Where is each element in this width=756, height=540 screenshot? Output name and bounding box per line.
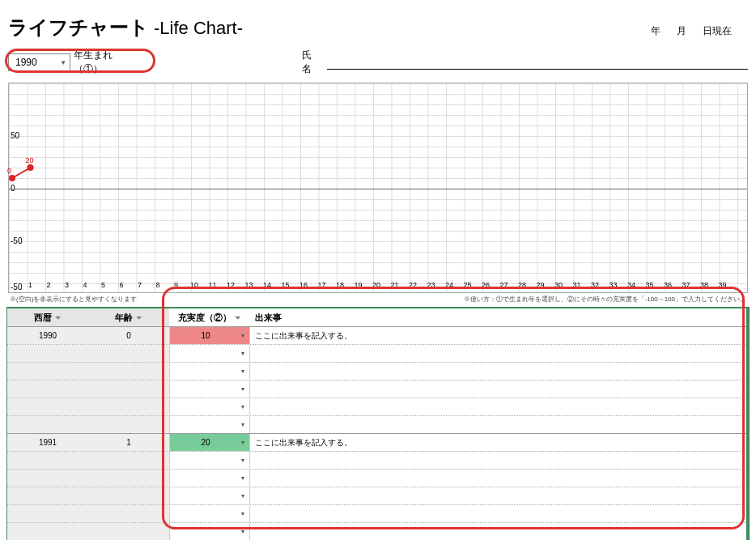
table-row: 1991120▾ここに出来事を記入する。 [7,434,746,452]
born-label: 年生まれ（①） [74,49,137,76]
life-chart: 500-50-501234567891011121314151617181920… [8,83,748,293]
table-row: ▾ [7,452,746,470]
cell-event[interactable] [250,398,746,415]
chevron-down-icon: ▾ [241,350,244,357]
cell-fullness[interactable]: ▾ [169,398,250,415]
cell-event[interactable] [250,363,746,380]
cell-fullness[interactable]: ▾ [169,381,250,398]
cell-age [88,452,169,469]
cell-fullness[interactable]: 10▾ [169,327,250,344]
col-header-fullness[interactable]: 充実度（②）⏷ [169,308,250,326]
cell-year [7,398,88,415]
table-row: ▾ [7,345,746,363]
cell-event[interactable] [250,523,746,540]
cell-fullness[interactable]: ▾ [169,523,250,540]
name-input[interactable] [327,55,748,70]
table-row: ▾ [7,487,746,505]
table-row: ▾ [7,505,746,523]
footnote-right: ※使い方：①で生まれ年を選択し、②にその時々の充実度を「-100～100」で入力… [464,295,746,304]
cell-fullness[interactable]: ▾ [169,363,250,380]
chevron-down-icon: ▾ [241,528,244,535]
cell-year [7,470,88,487]
cell-age [88,363,169,380]
cell-year [7,452,88,469]
chevron-down-icon: ▾ [241,332,244,339]
cell-event[interactable] [250,470,746,487]
chevron-down-icon: ▾ [241,385,244,393]
col-header-year[interactable]: 西暦⏷ [7,308,88,326]
cell-fullness[interactable]: ▾ [169,505,250,522]
date-day-label: 日現在 [703,24,732,38]
table-row: ▾ [7,381,746,398]
as-of-date: 年 月 日現在 [651,24,748,38]
chevron-down-icon: ▾ [241,492,244,500]
cell-age: 1 [88,434,169,451]
cell-event[interactable] [250,381,746,398]
birth-year-value: 1990 [15,57,37,68]
life-events-table: 西暦⏷ 年齢⏷ 充実度（②）⏷ 出来事 1990010▾ここに出来事を記入する。… [6,307,750,540]
cell-year: 1990 [7,327,88,344]
cell-event[interactable] [250,452,746,469]
page-subtitle: -Life Chart- [154,18,243,39]
date-year-label: 年 [651,24,660,38]
cell-event[interactable] [250,345,746,362]
table-row: ▾ [7,416,746,434]
col-header-age[interactable]: 年齢⏷ [88,308,169,326]
cell-year [7,345,88,362]
table-row: ▾ [7,398,746,416]
cell-event[interactable]: ここに出来事を記入する。 [250,434,746,451]
filter-icon[interactable]: ⏷ [136,314,142,321]
chevron-down-icon: ▾ [241,457,244,464]
cell-year: 1991 [7,434,88,451]
table-row: 1990010▾ここに出来事を記入する。 [7,327,746,345]
cell-age [88,523,169,540]
table-header-row: 西暦⏷ 年齢⏷ 充実度（②）⏷ 出来事 [7,308,746,327]
cell-event[interactable] [250,505,746,522]
cell-age: 0 [88,327,169,344]
chevron-down-icon: ▾ [241,421,244,428]
svg-point-0 [9,175,15,181]
birth-year-select[interactable]: 1990 ▼ [8,53,70,71]
cell-year [7,523,88,540]
cell-age [88,505,169,522]
col-header-fullness-label: 充実度（②） [178,312,231,324]
col-header-age-label: 年齢 [115,312,133,324]
chart-series [9,83,749,294]
table-row: ▾ [7,363,746,381]
cell-age [88,470,169,487]
cell-fullness[interactable]: 20▾ [169,434,250,451]
filter-icon[interactable]: ⏷ [55,314,62,321]
filter-icon[interactable]: ⏷ [235,314,241,321]
svg-point-1 [28,164,34,171]
cell-age [88,487,169,504]
cell-event[interactable]: ここに出来事を記入する。 [250,327,746,344]
col-header-year-label: 西暦 [34,312,52,324]
cell-event[interactable] [250,416,746,433]
cell-event[interactable] [250,487,746,504]
cell-fullness[interactable]: ▾ [169,345,250,362]
cell-fullness[interactable]: ▾ [169,416,250,433]
chevron-down-icon: ▾ [241,474,244,482]
footnote-left: ※(空白)を非表示にすると見やすくなります [10,295,137,304]
table-row: ▾ [7,470,746,487]
cell-year [7,505,88,522]
cell-year [7,363,88,380]
cell-fullness[interactable]: ▾ [169,452,250,469]
cell-year [7,416,88,433]
page-title: ライフチャート [8,15,149,40]
name-field-label: 氏名 [302,49,320,76]
cell-fullness[interactable]: ▾ [169,470,250,487]
chevron-down-icon: ▾ [241,510,244,517]
cell-year [7,487,88,504]
chevron-down-icon: ▼ [60,59,66,66]
date-month-label: 月 [677,24,686,38]
chevron-down-icon: ▾ [241,439,244,446]
col-header-event: 出来事 [250,308,746,326]
cell-fullness[interactable]: ▾ [169,487,250,504]
table-row: ▾ [7,523,746,540]
col-header-event-label: 出来事 [255,312,282,324]
chevron-down-icon: ▾ [241,403,244,410]
cell-age [88,416,169,433]
cell-year [7,381,88,398]
cell-age [88,345,169,362]
